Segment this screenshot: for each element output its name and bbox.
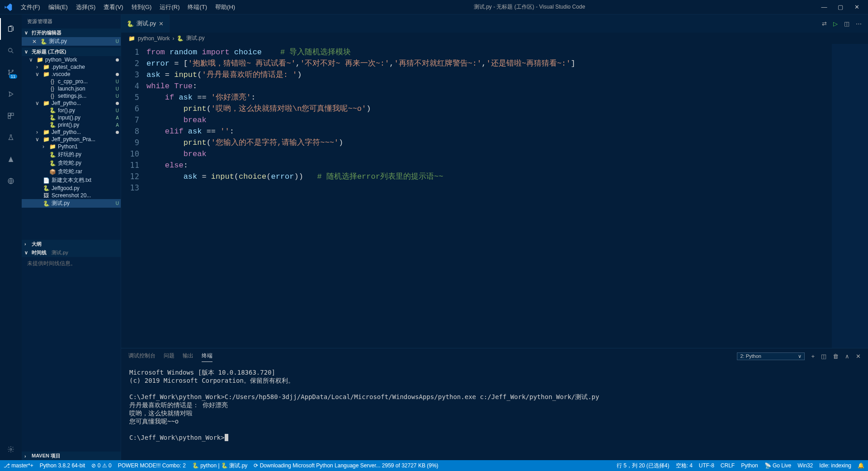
status-item[interactable]: Idle: indexing [819,462,851,470]
workspace-header[interactable]: ∨无标题 (工作区) [22,48,121,56]
panel-tab[interactable]: 输出 [183,350,193,362]
tree-row[interactable]: {}c_cpp_pro...U [22,78,121,85]
sidebar-title: 资源管理器 [22,14,121,29]
chevron-up-icon[interactable]: ∧ [845,353,849,360]
folder-icon: 📁 [128,35,135,42]
chevron-icon[interactable]: ∨ [27,57,34,63]
chevron-icon[interactable]: ∨ [33,100,41,106]
status-item[interactable]: 行 5，列 20 (已选择4) [617,462,670,470]
open-editors-header[interactable]: ∨打开的编辑器 [22,29,121,37]
close-icon[interactable]: ✕ [31,38,38,45]
status-item[interactable]: POWER MODE!!! Combo: 2 [118,462,186,470]
python-file-icon: 🐍 [177,35,184,42]
tree-row[interactable]: 🐍测试.pyU [22,199,121,208]
activity-explorer[interactable] [0,18,22,40]
menu-item[interactable]: 帮助(H) [212,1,239,13]
status-item[interactable]: 空格: 4 [676,462,693,470]
terminal-output[interactable]: Microsoft Windows [版本 10.0.18363.720] (c… [121,364,868,460]
file-icon: 📄 [42,177,50,184]
status-item[interactable]: ⟳ Downloading Microsoft Python Language … [254,462,438,470]
tree-row[interactable]: {}settings.js...U [22,92,121,100]
more-icon[interactable]: ⋯ [856,20,862,27]
panel-tab[interactable]: 问题 [164,350,175,362]
status-item[interactable]: Win32 [797,462,813,470]
trash-icon[interactable]: 🗑 [833,353,839,360]
menu-item[interactable]: 终端(T) [184,1,211,13]
activity-debug[interactable] [0,83,22,105]
window-controls: — ▢ ✕ [820,4,864,10]
close-button[interactable]: ✕ [853,4,861,10]
menu-item[interactable]: 转到(G) [128,1,156,13]
outline-header[interactable]: ›大纲 [22,240,121,248]
tree-row[interactable]: 📄新建文本文档.txt [22,176,121,185]
terminal-select[interactable]: 2: Python∨ [737,352,805,360]
files-icon [7,25,14,33]
status-item[interactable]: ⊘ 0 ⚠ 0 [91,462,111,470]
status-item[interactable]: Python [741,462,758,470]
tab-close-icon[interactable]: ✕ [159,20,164,27]
tree-row[interactable]: 🐍print().pyA [22,121,121,128]
tab-file[interactable]: 🐍 测试.py ✕ [121,14,170,33]
menu-item[interactable]: 文件(F) [17,1,44,13]
menu-item[interactable]: 运行(R) [156,1,183,13]
status-item[interactable]: ⎇ master*+ [4,462,33,470]
breadcrumb[interactable]: 📁 python_Work › 🐍 测试.py [121,33,868,44]
status-item[interactable]: UTF-8 [699,462,714,470]
menu-item[interactable]: 查看(V) [100,1,127,13]
tree-row[interactable]: ›📁Python1 [22,143,121,150]
run-icon[interactable]: ▷ [833,20,838,27]
tree-row[interactable]: 🐍input().pyA [22,114,121,121]
minimize-button[interactable]: — [820,4,828,10]
chevron-icon[interactable]: › [33,129,41,135]
minimap[interactable] [832,44,868,348]
new-terminal-icon[interactable]: + [811,353,815,360]
status-item[interactable]: 📡 Go Live [764,462,792,470]
status-item[interactable]: CRLF [721,462,735,470]
tree-row[interactable]: 🐍贪吃蛇.py [22,159,121,167]
tree-row[interactable]: 🖼Screenshot 20... [22,192,121,199]
split-terminal-icon[interactable]: ◫ [821,353,826,360]
tree-row[interactable]: ∨📁.vscode [22,71,121,78]
tree-row[interactable]: ∨📁Jeff_python_Pra... [22,136,121,143]
tree-row[interactable]: {}launch.jsonU [22,85,121,92]
status-item[interactable]: 🔔 [858,462,864,470]
activity-search[interactable] [0,40,22,62]
panel-tab[interactable]: 调试控制台 [128,350,156,362]
editor[interactable]: 12345678910111213 from random import cho… [121,44,868,348]
code-content[interactable]: from random import choice # 导入随机选择模块erro… [146,44,832,348]
activity-remote[interactable] [0,170,22,192]
activity-settings[interactable] [0,438,22,460]
tree-row[interactable]: 🐍好玩的.py [22,150,121,159]
timeline-header[interactable]: ∨时间线 测试.py [22,248,121,257]
activity-azure[interactable] [0,148,22,170]
panel-close-icon[interactable]: ✕ [856,353,861,360]
tree-row[interactable]: 🐍Jeffgood.py [22,185,121,192]
chevron-icon[interactable]: › [33,64,41,70]
sidebar-explorer: 资源管理器 ∨打开的编辑器 ✕ 🐍 测试.py U ∨无标题 (工作区) ∨📁p… [22,14,121,460]
tree-row[interactable]: ›📁Jeff_pytho... [22,128,121,136]
panel-tab[interactable]: 终端 [202,350,212,362]
activity-test[interactable] [0,127,22,148]
file-icon: {} [49,86,56,92]
window-title: 测试.py - 无标题 (工作区) - Visual Studio Code [239,3,820,11]
tree-row[interactable]: 📦贪吃蛇.rar [22,167,121,176]
chevron-icon[interactable]: ∨ [33,71,41,77]
chevron-icon[interactable]: › [40,143,47,150]
tree-row[interactable]: ›📁.pytest_cache [22,63,121,71]
menu-item[interactable]: 选择(S) [72,1,99,13]
compare-icon[interactable]: ⇄ [822,20,827,27]
tree-row[interactable]: 🐍for().pyU [22,107,121,114]
status-item[interactable]: Python 3.8.2 64-bit [40,462,85,470]
tree-row[interactable]: ∨📁Jeff_pytho... [22,100,121,107]
menu-item[interactable]: 编辑(E) [45,1,71,13]
file-icon: {} [49,93,56,99]
open-editor-item[interactable]: ✕ 🐍 测试.py U [22,37,121,46]
activity-extensions[interactable] [0,105,22,127]
split-editor-icon[interactable]: ◫ [844,20,849,27]
chevron-icon[interactable]: ∨ [33,136,41,143]
maven-header[interactable]: ›MAVEN 项目 [22,452,121,460]
activity-scm[interactable]: 11 [0,62,22,83]
tree-row[interactable]: ∨📁python_Work [22,56,121,63]
maximize-button[interactable]: ▢ [836,4,844,10]
status-item[interactable]: 🐍 python | 🐍 测试.py [192,462,248,470]
